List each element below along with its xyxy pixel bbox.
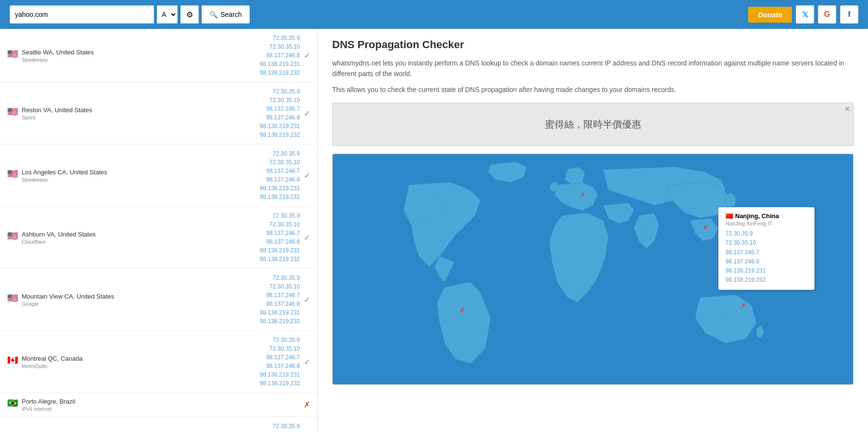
ip-list: 72.30.35.972.30.35.1098.137.246.798.137.…: [260, 274, 300, 326]
settings-button[interactable]: ⚙: [181, 5, 199, 24]
server-ips: 72.30.35.972.30.35.1098.137.246.798.137.…: [260, 422, 310, 432]
tooltip-title: 🇨🇳 Nanjing, China: [725, 212, 807, 220]
flag-icon: 🇧🇷: [7, 399, 18, 407]
ip-address: 72.30.35.10: [260, 220, 300, 229]
ad-text: 蜜得絲，限時半價優惠: [545, 118, 641, 131]
ip-list: 72.30.35.972.30.35.1098.137.246.798.137.…: [260, 336, 300, 388]
description-1: whatsmydns.net lets you instantly perfor…: [332, 58, 854, 79]
ip-address: 98.138.219.231: [260, 370, 300, 379]
main-content: 🇺🇸Seattle WA, United StatesSpeakeasy72.3…: [0, 29, 868, 432]
svg-text:✓: ✓: [575, 292, 580, 299]
server-location: Mountain View CA, United States: [22, 293, 114, 300]
svg-text:✓: ✓: [723, 314, 728, 322]
server-info: 🇺🇸Ashburn VA, United StatesCloudflare: [7, 231, 96, 245]
server-info: 🇺🇸Mountain View CA, United StatesGoogle: [7, 293, 114, 307]
tooltip-ip-address: 98.138.219.232: [725, 275, 807, 285]
ip-address: 98.138.219.231: [260, 60, 300, 68]
ip-address: 72.30.35.9: [260, 274, 300, 282]
table-row: 🇬🇧London, United KingdomInterNAP72.30.35…: [0, 417, 317, 432]
ip-address: 98.138.219.231: [260, 184, 300, 193]
ip-address: 98.138.219.232: [260, 193, 300, 201]
svg-text:✗: ✗: [459, 306, 466, 314]
tooltip-flag: 🇨🇳: [725, 212, 733, 220]
ip-address: 98.138.219.231: [260, 122, 300, 131]
ad-banner: 蜜得絲，限時半價優惠 ✕: [332, 103, 854, 146]
server-list: 🇺🇸Seattle WA, United StatesSpeakeasy72.3…: [0, 29, 318, 432]
svg-text:✓: ✓: [550, 183, 556, 190]
donate-button[interactable]: Donate: [748, 7, 792, 23]
ip-address: 98.137.246.8: [260, 300, 300, 308]
search-label: Search: [220, 11, 242, 18]
tooltip-ip-address: 98.137.246.7: [725, 248, 807, 257]
header-left: A ⚙ 🔍 Search: [10, 5, 743, 24]
check-icon: ✓: [304, 295, 310, 304]
server-provider: Google: [22, 301, 114, 307]
server-ips: 72.30.35.972.30.35.1098.137.246.798.137.…: [260, 149, 310, 201]
server-location: Reston VA, United States: [22, 106, 92, 114]
ip-address: 98.138.219.232: [260, 379, 300, 388]
ip-address: 72.30.35.9: [260, 422, 300, 431]
facebook-button[interactable]: f: [840, 5, 858, 24]
tooltip-location: Nanjing, China: [735, 212, 779, 220]
ip-address: 98.137.246.7: [260, 105, 300, 113]
server-provider: Speakeasy: [22, 57, 94, 63]
ip-address: 98.137.246.8: [260, 175, 300, 184]
server-provider: MetroOptic: [22, 363, 82, 369]
ip-list: 72.30.35.972.30.35.1098.137.246.798.137.…: [260, 211, 300, 263]
flag-icon: 🇺🇸: [7, 170, 18, 178]
server-info: 🇺🇸Reston VA, United StatesSprint: [7, 106, 92, 120]
server-provider: Speakeasy: [22, 177, 107, 183]
server-ips: 72.30.35.972.30.35.1098.137.246.898.138.…: [260, 34, 310, 77]
tooltip-ip-address: 72.30.35.9: [725, 229, 807, 238]
page-title: DNS Propagation Checker: [332, 39, 854, 51]
table-row: 🇺🇸Seattle WA, United StatesSpeakeasy72.3…: [0, 29, 317, 82]
ip-list: 72.30.35.972.30.35.1098.137.246.798.137.…: [260, 87, 300, 139]
ip-address: 98.137.246.7: [260, 229, 300, 237]
ip-list: 72.30.35.972.30.35.1098.137.246.898.138.…: [260, 34, 300, 77]
ip-address: 98.138.219.231: [260, 246, 300, 255]
tooltip-ip-address: 72.30.35.10: [725, 238, 807, 248]
search-input[interactable]: [10, 5, 154, 24]
google-icon: G: [824, 10, 830, 19]
server-ips: 72.30.35.972.30.35.1098.137.246.798.137.…: [260, 274, 310, 326]
svg-text:✓: ✓: [421, 214, 427, 222]
ip-address: 98.138.219.232: [260, 255, 300, 263]
server-ips: ✗: [304, 400, 310, 409]
record-type-select[interactable]: A: [157, 5, 178, 24]
ip-address: 98.138.219.232: [260, 317, 300, 326]
cross-icon: ✗: [304, 400, 310, 409]
tooltip-ip-address: 98.138.219.231: [725, 266, 807, 275]
flag-icon: 🇺🇸: [7, 50, 18, 58]
server-location: Los Angeles CA, United States: [22, 169, 107, 176]
ip-address: 98.138.219.232: [260, 131, 300, 139]
check-icon: ✓: [304, 51, 310, 60]
map-tooltip: 🇨🇳 Nanjing, China NanJing XinFeng IT 72.…: [718, 207, 815, 290]
ip-address: 98.137.246.8: [260, 237, 300, 246]
flag-icon: 🇨🇦: [7, 356, 18, 365]
ip-address: 98.137.246.7: [260, 291, 300, 300]
server-provider: IPv6 Internet: [22, 406, 75, 412]
tooltip-ip-address: 98.137.246.8: [725, 257, 807, 266]
ip-address: 98.137.246.8: [260, 51, 300, 60]
ip-address: 72.30.35.9: [260, 336, 300, 344]
server-location: Montreal QC, Canada: [22, 355, 82, 362]
ip-list: 72.30.35.972.30.35.1098.137.246.798.137.…: [260, 422, 300, 432]
twitter-button[interactable]: 𝕏: [796, 5, 814, 24]
ip-address: 72.30.35.9: [260, 87, 300, 96]
ip-address: 72.30.35.9: [260, 211, 300, 220]
check-icon: ✓: [304, 357, 310, 367]
server-info: 🇺🇸Seattle WA, United StatesSpeakeasy: [7, 49, 94, 63]
ad-close-icon[interactable]: ✕: [844, 105, 850, 113]
search-button[interactable]: 🔍 Search: [202, 5, 250, 24]
right-panel: DNS Propagation Checker whatsmydns.net l…: [318, 29, 868, 432]
ip-address: 72.30.35.10: [260, 42, 300, 51]
server-ips: 72.30.35.972.30.35.1098.137.246.798.137.…: [260, 211, 310, 263]
ip-address: 98.137.246.8: [260, 113, 300, 122]
server-location: Porto Alegre, Brazil: [22, 398, 75, 405]
svg-text:✓: ✓: [434, 191, 440, 199]
ip-address: 72.30.35.10: [260, 96, 300, 105]
table-row: 🇺🇸Los Angeles CA, United StatesSpeakeasy…: [0, 144, 317, 207]
table-row: 🇧🇷Porto Alegre, BrazilIPv6 Internet✗: [0, 393, 317, 417]
ip-address: 72.30.35.10: [260, 158, 300, 167]
google-button[interactable]: G: [818, 5, 836, 24]
